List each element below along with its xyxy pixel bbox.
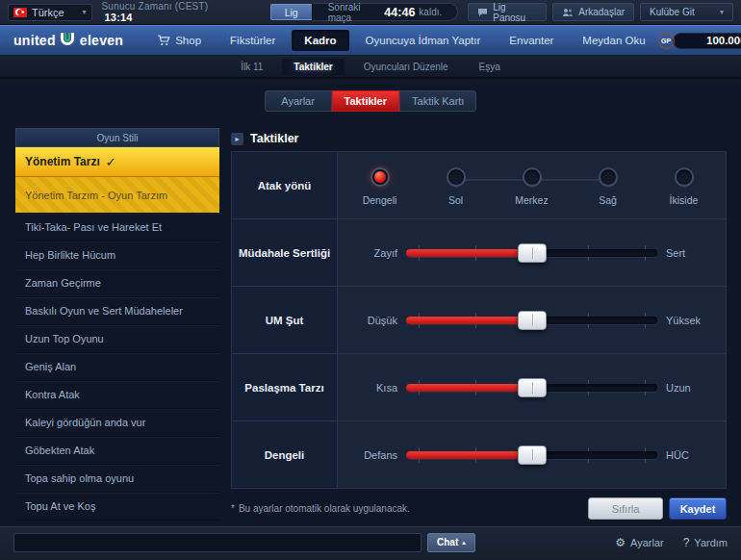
radio-option-left[interactable]: Sol (420, 165, 493, 206)
tab-tactic-card[interactable]: Taktik Kartı (399, 90, 476, 112)
sidebar-header: Oyun Stili (15, 128, 219, 147)
slider-handle[interactable] (518, 445, 547, 465)
passing-style-slider[interactable] (406, 377, 657, 398)
sidebar-item-selected[interactable]: Yönetim Tarzı ✓ (15, 147, 219, 177)
server-time: Sunucu Zamanı (CEST) 13:14 (102, 1, 238, 23)
help-label: Yardım (694, 537, 728, 548)
row-label: Paslaşma Tarzı (232, 354, 338, 420)
sidebar-item-wide-play[interactable]: Geniş Alan (15, 353, 219, 381)
save-button[interactable]: Kaydet (669, 497, 727, 520)
top-actions: Lig Panosu Arkadaşlar Kulübe Git ▾ (468, 3, 733, 21)
sidebar-item-pressing[interactable]: Baskılı Oyun ve Sert Müdaheleler (15, 297, 219, 325)
tab-settings[interactable]: Ayarlar (265, 90, 332, 112)
nav-item-train-player[interactable]: Oyuncuya İdman Yaptır (353, 30, 494, 51)
radio-icon[interactable] (523, 167, 542, 187)
reset-button[interactable]: Sıfırla (588, 497, 663, 520)
help-link[interactable]: ? Yardım (683, 536, 728, 549)
united-eleven-logo[interactable]: united eleven (13, 33, 123, 49)
tactics-table: Atak yönü Dengeli Sol Me (231, 151, 727, 489)
sidebar-item-all-out-attack[interactable]: Hep Birlikte Hücum (15, 242, 219, 269)
gear-icon: ⚙ (615, 536, 626, 549)
sidebar-item-long-ball[interactable]: Uzun Top Oyunu (15, 325, 219, 353)
tab-tactics[interactable]: Taktikler (332, 90, 399, 112)
style-label: Topu At ve Koş (25, 500, 95, 512)
language-selector[interactable]: ★ Türkçe ▾ (8, 4, 92, 21)
sidebar-item-counter-attack[interactable]: Kontra Atak (15, 381, 219, 409)
mentality-slider[interactable] (406, 445, 657, 466)
radio-icon[interactable] (675, 167, 694, 187)
passing-style-row: Paslaşma Tarzı Kısa Uzun (232, 354, 726, 421)
subnav-items[interactable]: Eşya (468, 59, 512, 75)
style-label: Göbekten Atak (25, 445, 94, 456)
next-match-countdown: Sonraki maça 44:46 kaldı. (312, 3, 459, 21)
panel-title: Taktikler (250, 132, 299, 145)
slider-handle[interactable] (518, 243, 547, 263)
subnav-first-eleven[interactable]: İlk 11 (229, 59, 274, 75)
subnav-edit-players[interactable]: Oyuncuları Düzenle (352, 59, 460, 75)
nav-item-label: Fikstürler (230, 35, 275, 46)
radio-option-right[interactable]: Sağ (572, 165, 645, 206)
countdown-prefix: Sonraki maça (328, 2, 381, 23)
sidebar-item-time-wasting[interactable]: Zaman Geçirme (15, 269, 219, 297)
friends-button[interactable]: Arkadaşlar (552, 3, 634, 21)
settings-link[interactable]: ⚙ Ayarlar (615, 536, 663, 549)
attack-direction-row: Atak yönü Dengeli Sol Me (232, 152, 726, 219)
sidebar-item-shoot-on-sight[interactable]: Kaleyi gördüğün anda vur (15, 409, 219, 437)
gp-coin-icon: GP (658, 33, 675, 49)
row-label: Atak yönü (232, 152, 338, 218)
collapse-arrow-icon[interactable]: ▸ (231, 133, 243, 145)
bottom-chat-bar: Chat ▴ ⚙ Ayarlar ? Yardım (0, 526, 741, 560)
top-utility-bar: ★ Türkçe ▾ Sunucu Zamanı (CEST) 13:14 Li… (0, 0, 741, 25)
nav-item-label: Oyuncuya İdman Yaptır (366, 35, 481, 46)
sidebar-item-kick-and-rush[interactable]: Topu At ve Koş (15, 493, 219, 521)
subnav-label: İlk 11 (241, 62, 263, 72)
nav-item-inventory[interactable]: Envanter (497, 30, 566, 51)
style-label: Topa sahip olma oyunu (25, 472, 134, 484)
long-shot-slider[interactable] (406, 310, 657, 331)
radio-label: Sol (448, 194, 463, 206)
logo-text-right: eleven (80, 33, 123, 48)
slider-area: Düşük Yüksek (338, 287, 726, 353)
nav-items: Shop Fikstürler Kadro Oyuncuya İdman Yap… (144, 30, 657, 51)
selected-style-label: Yönetim Tarzı (25, 155, 100, 168)
tactics-panel: ▸ Taktikler Atak yönü Dengeli (231, 128, 727, 520)
slider-min-label: Düşük (351, 315, 397, 326)
go-to-club-dropdown[interactable]: Kulübe Git ▾ (640, 3, 733, 21)
slider-max-label: HÜC (666, 449, 712, 461)
chevron-down-icon: ▾ (82, 8, 86, 16)
subnav-label: Eşya (479, 62, 500, 72)
style-label: Kaleyi gördüğün anda vur (25, 417, 145, 428)
slider-handle[interactable] (518, 311, 547, 330)
check-icon: ✓ (106, 155, 116, 169)
sidebar-item-tiki-taka[interactable]: Tiki-Taka- Pası ve Hareket Et (15, 214, 219, 242)
go-to-club-label: Kulübe Git (650, 7, 695, 17)
radio-option-center[interactable]: Merkez (496, 165, 569, 206)
sidebar-item-possession[interactable]: Topa sahip olma oyunu (15, 465, 219, 493)
radio-icon[interactable] (599, 167, 618, 187)
chat-input[interactable] (13, 533, 422, 552)
league-tab[interactable]: Lig (270, 4, 312, 20)
radio-option-balanced[interactable]: Dengeli (344, 165, 417, 206)
chat-button[interactable]: Chat ▴ (427, 533, 475, 552)
league-ribbon: Lig Sonraki maça 44:46 kaldı. (270, 3, 459, 21)
subnav-tactics[interactable]: Taktikler (282, 59, 344, 75)
radio-selected-icon[interactable] (370, 167, 390, 187)
nav-item-challenge[interactable]: Meydan Oku (570, 30, 657, 51)
nav-item-squad[interactable]: Kadro (292, 30, 348, 51)
sidebar-item-central-attack[interactable]: Göbekten Atak (15, 437, 219, 465)
radio-label: Dengeli (363, 194, 397, 206)
sidebar-item-sub-selected[interactable]: Yönetim Tarzım - Oyun Tarzım (15, 177, 219, 214)
radio-option-both[interactable]: İkiside (648, 165, 721, 206)
nav-item-shop[interactable]: Shop (144, 30, 214, 51)
radio-icon[interactable] (447, 167, 466, 187)
style-label: Hep Birlikte Hücum (25, 249, 115, 261)
nav-item-fixtures[interactable]: Fikstürler (217, 30, 288, 51)
league-board-button[interactable]: Lig Panosu (468, 3, 547, 21)
slider-handle[interactable] (518, 378, 547, 397)
mentality-row: Dengeli Defans HÜC (232, 421, 726, 489)
tackle-hardness-slider[interactable] (406, 242, 657, 264)
radio-label: Merkez (515, 194, 548, 206)
slider-min-label: Defans (351, 449, 397, 461)
auto-apply-note: * Bu ayarlar otomatik olarak uygulanacak… (231, 503, 410, 514)
sub-selected-label: Yönetim Tarzım - Oyun Tarzım (25, 190, 167, 201)
